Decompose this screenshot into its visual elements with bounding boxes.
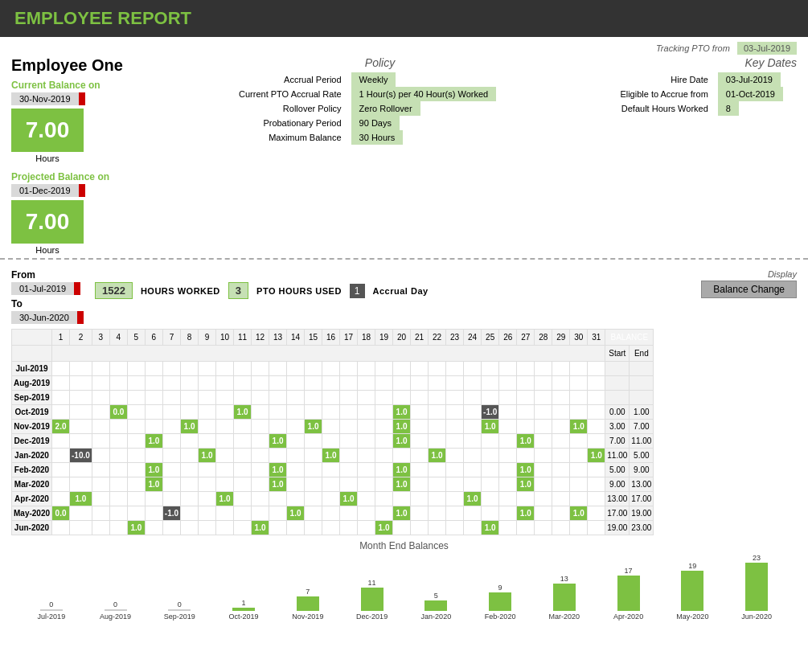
day-cell-May-2020-14: 1.0	[287, 506, 305, 521]
accrual-day-value: 1	[350, 284, 365, 298]
day-cell-Dec-2019-31	[588, 434, 605, 449]
day-cell-May-2020-15	[305, 506, 322, 521]
chart-value-Apr-2020: 17	[625, 567, 633, 575]
current-balance-box: 7.00	[11, 109, 84, 152]
rollover-label: Rollover Policy	[169, 101, 347, 116]
day-cell-Apr-2020-24: 1.0	[464, 492, 482, 506]
balance-end-Feb-2020: 9.00	[630, 463, 654, 477]
day-cell-Aug-2019-12	[252, 376, 269, 391]
day-header-10: 10	[216, 330, 234, 346]
pto-used-label: PTO HOURS USED	[256, 286, 342, 296]
day-cell-Mar-2020-26	[499, 477, 517, 492]
day-cell-May-2020-17	[340, 506, 358, 521]
day-cell-Mar-2020-5	[127, 477, 145, 492]
day-cell-Nov-2019-9	[199, 420, 216, 434]
chart-bar-Feb-2020: 9	[468, 584, 532, 611]
day-cell-May-2020-13	[269, 506, 287, 521]
day-cell-Nov-2019-13	[269, 420, 287, 434]
day-cell-Feb-2020-14	[287, 463, 305, 477]
hire-date-row: Hire Date 03-Jul-2019	[604, 72, 797, 87]
page-title: EMPLOYEE REPORT	[14, 8, 191, 28]
policy-row-max-balance: Maximum Balance 30 Hours	[169, 130, 591, 145]
day-cell-Aug-2019-9	[199, 376, 216, 391]
calendar-row-Dec-2019: Dec-20191.01.01.01.07.0011.00	[12, 434, 654, 449]
day-cell-Jan-2020-28	[535, 449, 552, 463]
day-cell-Jan-2020-22: 1.0	[429, 449, 446, 463]
tracking-value: 03-Jul-2019	[737, 42, 797, 55]
day-cell-Dec-2019-10	[216, 434, 234, 449]
day-cell-Nov-2019-10	[216, 420, 234, 434]
chart-month-label-Aug-2019: Aug-2019	[84, 613, 148, 621]
day-cell-Feb-2020-27: 1.0	[517, 463, 535, 477]
day-header-23: 23	[446, 330, 464, 346]
from-date[interactable]: 01-Jul-2019	[11, 282, 80, 295]
from-label: From	[11, 269, 84, 281]
day-cell-Dec-2019-21	[411, 434, 429, 449]
current-balance-date: 30-Nov-2019	[11, 92, 85, 105]
day-cell-Dec-2019-5	[127, 434, 145, 449]
chart-value-Jun-2020: 23	[753, 554, 761, 562]
day-cell-Dec-2019-11	[234, 434, 252, 449]
day-cell-Sep-2019-11	[234, 391, 252, 405]
day-cell-Oct-2019-16	[322, 405, 340, 420]
day-cell-Aug-2019-26	[499, 376, 517, 391]
chart-value-Nov-2019: 7	[306, 588, 310, 596]
key-dates-title: Key Dates	[604, 56, 797, 69]
day-cell-Oct-2019-8	[181, 405, 199, 420]
day-cell-Sep-2019-7	[162, 391, 180, 405]
day-cell-Aug-2019-21	[411, 376, 429, 391]
day-cell-Jan-2020-3	[92, 449, 109, 463]
day-cell-Aug-2019-8	[181, 376, 199, 391]
day-cell-Apr-2020-8	[181, 492, 199, 506]
chart-section: Month End Balances 00017115913171923 Jul…	[0, 535, 808, 624]
month-label-Jul-2019: Jul-2019	[12, 362, 52, 376]
day-cell-Feb-2020-8	[181, 463, 199, 477]
day-cell-Jul-2019-17	[340, 362, 358, 376]
days-spacer	[52, 346, 605, 362]
day-cell-Nov-2019-19	[375, 420, 393, 434]
day-header-3: 3	[92, 330, 109, 346]
day-cell-Oct-2019-22	[429, 405, 446, 420]
day-cell-Aug-2019-29	[552, 376, 570, 391]
day-cell-Dec-2019-30	[570, 434, 588, 449]
day-cell-May-2020-12	[252, 506, 269, 521]
day-cell-Oct-2019-29	[552, 405, 570, 420]
to-label: To	[11, 298, 84, 309]
policy-title: Policy	[169, 56, 591, 69]
day-cell-Jan-2020-21	[411, 449, 429, 463]
chart-value-May-2020: 19	[688, 562, 696, 570]
day-cell-Jul-2019-20	[393, 362, 411, 376]
chart-bar-fill-Mar-2020	[553, 584, 576, 611]
calendar-header-row: 1 2 3 4 5 6 7 8 9 10 11 12 13 14 15 16 1	[12, 330, 654, 346]
day-cell-Nov-2019-15: 1.0	[305, 420, 322, 434]
day-header-4: 4	[109, 330, 127, 346]
to-date[interactable]: 30-Jun-2020	[11, 311, 84, 324]
day-cell-Apr-2020-27	[517, 492, 535, 506]
day-cell-Feb-2020-5	[127, 463, 145, 477]
day-cell-Nov-2019-25: 1.0	[482, 420, 499, 434]
day-cell-Feb-2020-4	[109, 463, 127, 477]
left-col: Employee One Current Balance on 30-Nov-2…	[11, 56, 156, 255]
balance-end-Aug-2019	[630, 376, 654, 391]
day-cell-May-2020-2	[70, 506, 92, 521]
day-cell-Jan-2020-12	[252, 449, 269, 463]
day-cell-Sep-2019-31	[588, 391, 605, 405]
day-cell-May-2020-29	[552, 506, 570, 521]
calendar-row-Jul-2019: Jul-2019	[12, 362, 654, 376]
day-header-31: 31	[588, 330, 605, 346]
day-cell-Jul-2019-11	[234, 362, 252, 376]
day-cell-Jul-2019-24	[464, 362, 482, 376]
day-cell-Aug-2019-3	[92, 376, 109, 391]
day-header-21: 21	[411, 330, 429, 346]
chart-bar-Oct-2019: 1	[211, 599, 276, 611]
balance-end-Mar-2020: 13.00	[630, 477, 654, 492]
day-cell-Oct-2019-26	[499, 405, 517, 420]
day-cell-Sep-2019-15	[305, 391, 322, 405]
display-button[interactable]: Balance Change	[701, 281, 797, 298]
day-cell-Nov-2019-20: 1.0	[393, 420, 411, 434]
day-cell-Jan-2020-15	[305, 449, 322, 463]
tracking-row: Tracking PTO from 03-Jul-2019	[11, 43, 797, 53]
day-cell-May-2020-31	[588, 506, 605, 521]
current-balance-section: Current Balance on 30-Nov-2019 7.00 Hour…	[11, 80, 156, 163]
day-cell-Sep-2019-3	[92, 391, 109, 405]
